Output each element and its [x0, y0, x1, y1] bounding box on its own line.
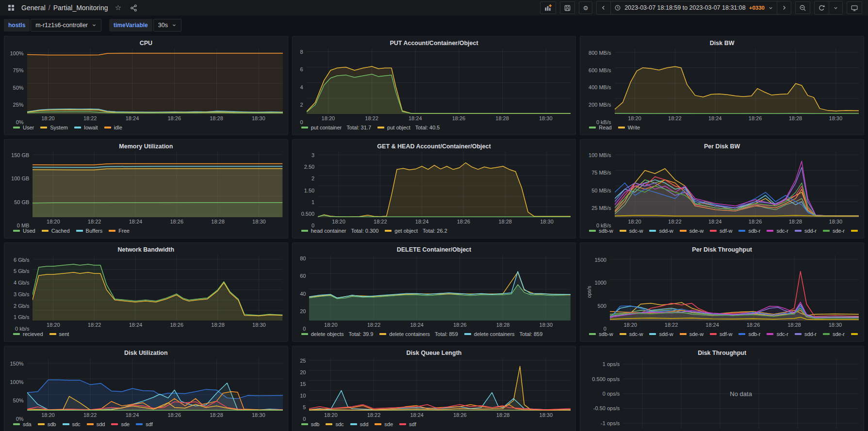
- share-icon[interactable]: [129, 2, 139, 13]
- legend-item[interactable]: sdc-w: [620, 331, 643, 337]
- chart-plot[interactable]: No data: [623, 358, 859, 429]
- breadcrumb-folder[interactable]: General: [21, 4, 46, 12]
- legend-item[interactable]: sdc: [63, 421, 81, 427]
- variable-hostls-value-dropdown[interactable]: m-r1z1s6-controller: [31, 19, 101, 32]
- chart-plot[interactable]: [309, 358, 571, 411]
- kiosk-mode-monitor-icon[interactable]: [847, 1, 862, 14]
- legend-item[interactable]: idle: [104, 125, 122, 130]
- legend-item[interactable]: sde-r: [823, 331, 845, 337]
- panel-title[interactable]: Disk Utilization: [9, 348, 283, 358]
- chart-plot[interactable]: [615, 152, 859, 217]
- breadcrumb: General / Partial_Monitoring: [21, 4, 108, 12]
- legend-item[interactable]: sdd: [87, 421, 105, 427]
- legend-item[interactable]: Read: [589, 125, 611, 130]
- legend-item[interactable]: Used: [13, 228, 35, 234]
- dashboard-settings-gear-icon[interactable]: ⚙: [579, 1, 592, 14]
- legend-label: Used: [23, 228, 35, 234]
- legend-item[interactable]: sdc-r: [767, 228, 788, 234]
- legend-item[interactable]: sdf: [136, 421, 153, 427]
- zoom-out-time-button[interactable]: [795, 1, 810, 14]
- legend-item[interactable]: put objectTotal: 40.5: [377, 125, 440, 130]
- panel-title[interactable]: Per Disk Throughput: [585, 244, 859, 255]
- legend-item[interactable]: User: [13, 125, 34, 130]
- refresh-interval-dropdown[interactable]: [829, 1, 842, 14]
- legend-item[interactable]: sdb-r: [738, 331, 760, 337]
- legend-item[interactable]: sde-w: [680, 331, 704, 337]
- legend-item[interactable]: Free: [109, 228, 130, 234]
- favorite-star-icon[interactable]: ☆: [113, 2, 124, 13]
- panel-title[interactable]: Memory Utilization: [9, 141, 283, 152]
- x-axis-tick: 18:24: [129, 219, 143, 224]
- legend-item[interactable]: sdb-r: [738, 228, 760, 234]
- legend-item[interactable]: sdd-r: [795, 331, 817, 337]
- legend-item[interactable]: sdc: [326, 421, 344, 427]
- legend-item[interactable]: delete containersTotal: 859: [379, 331, 458, 337]
- chart-plot[interactable]: [27, 358, 283, 411]
- panel-title[interactable]: PUT Account/Container/Object: [297, 38, 571, 48]
- y-axis-tick: 25 MB/s: [591, 205, 611, 211]
- time-shift-forward-button[interactable]: [777, 1, 791, 14]
- time-shift-back-button[interactable]: [597, 1, 610, 14]
- legend-item[interactable]: sent: [49, 331, 69, 337]
- save-dashboard-button[interactable]: [560, 1, 575, 14]
- legend-item[interactable]: sda: [13, 421, 32, 427]
- legend-item[interactable]: sdd-w: [649, 228, 673, 234]
- legend-item[interactable]: sdc-r: [767, 331, 788, 337]
- legend-item[interactable]: sdf: [399, 421, 416, 427]
- legend-item[interactable]: sde: [111, 421, 130, 427]
- add-panel-button[interactable]: [540, 1, 556, 14]
- chart-plot[interactable]: [309, 255, 571, 320]
- panel-title[interactable]: GET & HEAD Account/Container/Object: [297, 141, 571, 152]
- breadcrumb-dashboard[interactable]: Partial_Monitoring: [53, 4, 108, 12]
- dashboards-grid-icon[interactable]: [6, 2, 16, 13]
- legend-item[interactable]: sdb-w: [589, 228, 613, 234]
- chart-plot[interactable]: [318, 152, 571, 217]
- legend-item[interactable]: sde: [375, 421, 393, 427]
- legend-item[interactable]: delete objectsTotal: 39.9: [301, 331, 374, 337]
- legend-item[interactable]: delete containersTotal: 859: [464, 331, 542, 337]
- legend-item[interactable]: sde-r: [823, 228, 845, 234]
- chart-plot[interactable]: [610, 255, 859, 320]
- legend-item[interactable]: sdb: [301, 421, 320, 427]
- legend-item[interactable]: Iowait: [74, 125, 98, 130]
- variable-hostls-value: m-r1z1s6-controller: [35, 22, 88, 29]
- legend-item[interactable]: Write: [618, 125, 640, 130]
- legend-item[interactable]: Cached: [42, 228, 70, 234]
- legend-item[interactable]: sdd-w: [649, 331, 673, 337]
- panel-title[interactable]: CPU: [9, 38, 283, 48]
- chart-plot[interactable]: [27, 48, 283, 114]
- variable-timevariable-value-dropdown[interactable]: 30s: [153, 19, 181, 32]
- legend-item[interactable]: sdb-w: [589, 331, 613, 337]
- chart-plot[interactable]: [307, 48, 571, 114]
- legend-item[interactable]: recieved: [13, 331, 43, 337]
- panel-title[interactable]: Network Bandwidth: [9, 244, 283, 255]
- refresh-button[interactable]: [815, 1, 829, 14]
- panel-title[interactable]: Per Disk BW: [585, 141, 859, 152]
- chart-plot[interactable]: [33, 255, 282, 320]
- time-range-button[interactable]: 2023-03-07 18:18:59 to 2023-03-07 18:31:…: [610, 1, 777, 14]
- legend-swatch: [399, 423, 406, 425]
- panel-title[interactable]: DELETE Container/Object: [297, 244, 571, 255]
- legend-item[interactable]: System: [40, 125, 68, 130]
- legend-item[interactable]: put containerTotal: 31.7: [301, 125, 371, 130]
- legend-item[interactable]: sdf-r: [851, 228, 859, 234]
- legend-item[interactable]: sdb: [38, 421, 56, 427]
- legend-item[interactable]: sdd: [350, 421, 369, 427]
- legend-item[interactable]: head containerTotal: 0.300: [301, 228, 379, 234]
- panel-title[interactable]: Disk Queue Length: [297, 348, 571, 358]
- panel-title[interactable]: Disk BW: [585, 38, 859, 48]
- legend-item[interactable]: Buffers: [76, 228, 103, 234]
- legend-item[interactable]: get objectTotal: 26.2: [385, 228, 447, 234]
- legend-item[interactable]: sde-w: [680, 228, 704, 234]
- y-axis-tick: 0 kb/s: [15, 326, 29, 332]
- legend-item[interactable]: sdf-r: [851, 331, 859, 337]
- legend-label: System: [50, 125, 68, 130]
- chart-plot[interactable]: [615, 48, 859, 114]
- panel-cpu: CPU 100%75%50%25%0% 18:2018:2218:2418:26…: [4, 36, 288, 135]
- chart-plot[interactable]: [33, 152, 282, 217]
- legend-item[interactable]: sdf-w: [710, 228, 732, 234]
- panel-title[interactable]: Disk Throughput: [585, 348, 859, 358]
- legend-item[interactable]: sdd-r: [795, 228, 817, 234]
- legend-item[interactable]: sdc-w: [620, 228, 643, 234]
- legend-item[interactable]: sdf-w: [710, 331, 732, 337]
